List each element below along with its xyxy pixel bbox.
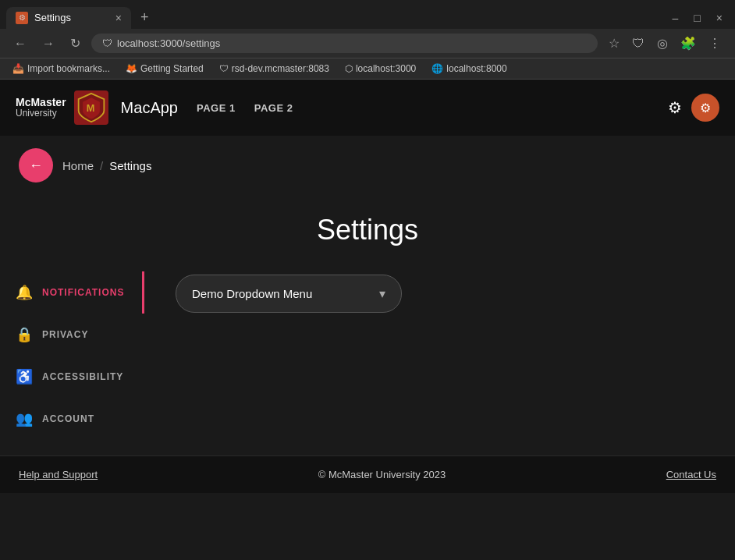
browser-menu-button[interactable]: ◎ bbox=[652, 34, 673, 52]
shield-button[interactable]: 🛡 bbox=[627, 34, 649, 52]
browser-chrome: ⚙ Settings × + – □ × ← → ↻ 🛡 localhost:3… bbox=[0, 0, 735, 80]
breadcrumb-current: Settings bbox=[109, 159, 151, 172]
university-logo: M bbox=[74, 90, 108, 125]
bookmarks-bar: 📥 Import bookmarks... 🦊 Getting Started … bbox=[0, 58, 735, 79]
sidebar-item-accessibility[interactable]: ♿ ACCESSIBILITY bbox=[0, 356, 144, 398]
dropdown-label: Demo Dropdown Menu bbox=[192, 287, 312, 300]
address-bar: ← → ↻ 🛡 localhost:3000/settings ☆ 🛡 ◎ 🧩 … bbox=[0, 29, 735, 58]
help-and-support-link[interactable]: Help and Support bbox=[19, 469, 98, 480]
window-close-button[interactable]: × bbox=[710, 9, 729, 27]
browser-refresh-button[interactable]: ↻ bbox=[66, 34, 85, 52]
breadcrumb-area: ← Home / Settings bbox=[0, 136, 735, 195]
nav-page1[interactable]: PAGE 1 bbox=[197, 102, 236, 114]
main-nav: PAGE 1 PAGE 2 bbox=[197, 102, 293, 114]
avatar-icon: ⚙ bbox=[700, 101, 711, 115]
bookmark-import-label: Import bookmarks... bbox=[27, 63, 110, 74]
logo-area: McMaster University M bbox=[16, 90, 108, 125]
browser-back-button[interactable]: ← bbox=[9, 35, 31, 52]
localhost3000-icon: ⬡ bbox=[345, 63, 353, 74]
accessibility-label: ACCESSIBILITY bbox=[42, 371, 123, 382]
breadcrumb-home[interactable]: Home bbox=[62, 159, 94, 172]
tab-bar: ⚙ Settings × + – □ × bbox=[0, 0, 735, 29]
footer-copyright: © McMaster University 2023 bbox=[318, 469, 446, 480]
new-tab-button[interactable]: + bbox=[134, 6, 155, 29]
bookmark-rsd-dev[interactable]: 🛡 rsd-dev.mcmaster:8083 bbox=[216, 62, 332, 76]
demo-dropdown[interactable]: Demo Dropdown Menu ▾ bbox=[176, 275, 402, 313]
university-name: McMaster bbox=[16, 97, 66, 108]
tab-favicon: ⚙ bbox=[16, 12, 28, 24]
privacy-label: PRIVACY bbox=[42, 329, 88, 340]
sidebar-item-notifications[interactable]: 🔔 NOTIFICATIONS bbox=[0, 271, 144, 314]
shield-svg: M bbox=[76, 92, 107, 123]
content-area: Demo Dropdown Menu ▾ bbox=[144, 259, 735, 455]
header-right: ⚙ ⚙ bbox=[668, 94, 719, 122]
browser-more-button[interactable]: ⋮ bbox=[704, 34, 726, 52]
nav-page2[interactable]: PAGE 2 bbox=[254, 102, 293, 114]
lock-icon: 🔒 bbox=[16, 326, 33, 343]
app-name: MacApp bbox=[121, 99, 178, 117]
breadcrumb: Home / Settings bbox=[62, 159, 151, 172]
active-tab[interactable]: ⚙ Settings × bbox=[6, 7, 131, 29]
bookmark-localhost8000-label: localhost:8000 bbox=[446, 63, 506, 74]
user-avatar-button[interactable]: ⚙ bbox=[691, 94, 719, 122]
firefox-icon: 🦊 bbox=[126, 63, 137, 74]
university-name-text: McMaster University bbox=[16, 97, 66, 119]
notifications-label: NOTIFICATIONS bbox=[42, 287, 124, 298]
svg-text:M: M bbox=[86, 102, 94, 114]
breadcrumb-separator: / bbox=[100, 159, 103, 172]
bookmark-import[interactable]: 📥 Import bookmarks... bbox=[9, 62, 113, 76]
contact-us-link[interactable]: Contact Us bbox=[666, 469, 716, 480]
bookmark-getting-started[interactable]: 🦊 Getting Started bbox=[123, 62, 207, 76]
settings-gear-button[interactable]: ⚙ bbox=[668, 98, 682, 117]
secure-icon: 🛡 bbox=[102, 37, 112, 49]
tab-title: Settings bbox=[34, 12, 109, 23]
sidebar-item-account[interactable]: 👥 ACCOUNT bbox=[0, 398, 144, 440]
bookmark-star-button[interactable]: ☆ bbox=[604, 34, 624, 52]
tab-close-button[interactable]: × bbox=[115, 12, 122, 24]
globe-icon: 🌐 bbox=[431, 63, 443, 74]
accessibility-icon: ♿ bbox=[16, 368, 33, 385]
address-input[interactable]: 🛡 localhost:3000/settings bbox=[91, 34, 598, 53]
browser-forward-button[interactable]: → bbox=[37, 35, 59, 52]
page-title-area: Settings bbox=[0, 195, 735, 259]
extensions-button[interactable]: 🧩 bbox=[676, 34, 701, 52]
window-minimize-button[interactable]: – bbox=[666, 9, 685, 27]
window-maximize-button[interactable]: □ bbox=[687, 9, 706, 27]
bell-icon: 🔔 bbox=[16, 284, 33, 301]
account-label: ACCOUNT bbox=[42, 413, 94, 424]
import-icon: 📥 bbox=[12, 63, 24, 74]
bookmark-getting-started-label: Getting Started bbox=[140, 63, 204, 74]
bookmark-localhost3000[interactable]: ⬡ localhost:3000 bbox=[342, 62, 419, 76]
settings-sidebar: 🔔 NOTIFICATIONS 🔒 PRIVACY ♿ ACCESSIBILIT… bbox=[0, 259, 144, 455]
page-title: Settings bbox=[0, 214, 735, 246]
university-sub: University bbox=[16, 108, 66, 119]
bookmark-localhost8000[interactable]: 🌐 localhost:8000 bbox=[428, 62, 510, 76]
app-wrapper: McMaster University M MacApp PAGE 1 PAGE… bbox=[0, 80, 735, 493]
address-text: localhost:3000/settings bbox=[117, 37, 220, 49]
bookmark-rsd-label: rsd-dev.mcmaster:8083 bbox=[232, 63, 329, 74]
app-footer: Help and Support © McMaster University 2… bbox=[0, 455, 735, 493]
rsd-icon: 🛡 bbox=[219, 63, 229, 74]
app-header: McMaster University M MacApp PAGE 1 PAGE… bbox=[0, 80, 735, 136]
browser-actions: ☆ 🛡 ◎ 🧩 ⋮ bbox=[604, 34, 726, 52]
account-icon: 👥 bbox=[16, 410, 33, 427]
main-content: 🔔 NOTIFICATIONS 🔒 PRIVACY ♿ ACCESSIBILIT… bbox=[0, 259, 735, 455]
sidebar-item-privacy[interactable]: 🔒 PRIVACY bbox=[0, 314, 144, 356]
back-button[interactable]: ← bbox=[19, 148, 53, 183]
chevron-down-icon: ▾ bbox=[379, 286, 385, 301]
bookmark-localhost3000-label: localhost:3000 bbox=[356, 63, 416, 74]
